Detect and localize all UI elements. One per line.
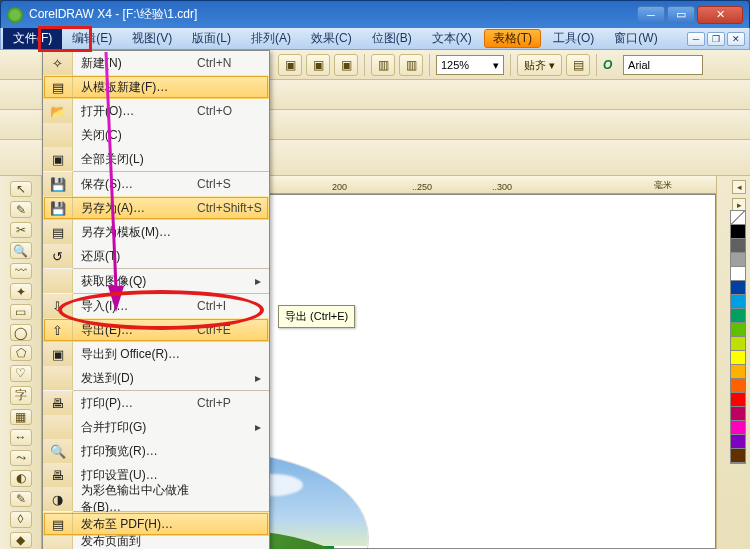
color-palette [730, 210, 746, 464]
swatch[interactable] [731, 365, 745, 379]
toolbar-btn-6[interactable]: ▤ [566, 54, 590, 76]
outline-tool[interactable]: ◊ [10, 511, 32, 527]
polygon-tool[interactable]: ⬠ [10, 345, 32, 361]
mdi-minimize-button[interactable]: ─ [687, 32, 705, 46]
rectangle-tool[interactable]: ▭ [10, 304, 32, 320]
swatch[interactable] [731, 239, 745, 253]
menu-edit[interactable]: 编辑(E) [62, 28, 122, 49]
toolbar-btn-5[interactable]: ▥ [399, 54, 423, 76]
menu-bitmap[interactable]: 位图(B) [362, 28, 422, 49]
export-icon: ⇧ [50, 322, 66, 338]
close-button[interactable]: ✕ [697, 6, 743, 24]
menu-tables[interactable]: 表格(T) [484, 29, 541, 48]
menu-effects[interactable]: 效果(C) [301, 28, 362, 49]
menu-close[interactable]: 关闭(C) [43, 123, 269, 147]
revert-icon: ↺ [50, 248, 66, 264]
table-tool[interactable]: ▦ [10, 409, 32, 425]
preview-icon: 🔍 [50, 443, 66, 459]
menu-window[interactable]: 窗口(W) [604, 28, 667, 49]
menu-export[interactable]: ⇧导出(E)…Ctrl+E [43, 318, 269, 342]
minimize-button[interactable]: ─ [637, 6, 665, 24]
menu-open[interactable]: 📂打开(O)…Ctrl+O [43, 99, 269, 123]
swatch[interactable] [731, 281, 745, 295]
swatch[interactable] [731, 267, 745, 281]
toolbar-sep [429, 54, 430, 76]
swatch[interactable] [731, 449, 745, 463]
folder-open-icon: 📂 [50, 103, 66, 119]
menu-arrange[interactable]: 排列(A) [241, 28, 301, 49]
window-title: CorelDRAW X4 - [F:\经验\1.cdr] [29, 6, 637, 23]
zoom-tool[interactable]: 🔍 [10, 242, 32, 258]
maximize-button[interactable]: ▭ [667, 6, 695, 24]
swatch[interactable] [731, 379, 745, 393]
menu-save-as-template[interactable]: ▤另存为模板(M)… [43, 220, 269, 244]
menu-layout[interactable]: 版面(L) [182, 28, 241, 49]
swatch[interactable] [731, 421, 745, 435]
file-menu-dropdown: ✧新建(N)Ctrl+N ▤从模板新建(F)… 📂打开(O)…Ctrl+O 关闭… [42, 50, 270, 549]
shape-tool[interactable]: ✎ [10, 201, 32, 217]
toolbar-btn-4[interactable]: ▥ [371, 54, 395, 76]
pick-tool[interactable]: ↖ [10, 181, 32, 197]
zoom-combo[interactable]: 125%▾ [436, 55, 504, 75]
app-icon [7, 7, 23, 23]
connector-tool[interactable]: ⤳ [10, 450, 32, 466]
menu-publish-conceptshare[interactable]: 发布页面到 ConceptShare(T)… [43, 536, 269, 549]
swatch[interactable] [731, 323, 745, 337]
menu-print-merge[interactable]: 合并打印(G)▸ [43, 415, 269, 439]
effects-tool[interactable]: ◐ [10, 470, 32, 486]
menu-save[interactable]: 💾保存(S)…Ctrl+S [43, 172, 269, 196]
save-icon: 💾 [50, 176, 66, 192]
mdi-close-button[interactable]: ✕ [727, 32, 745, 46]
menu-color-proof[interactable]: ◑为彩色输出中心做准备(B)… [43, 487, 269, 511]
dimension-tool[interactable]: ↔ [10, 429, 32, 445]
import-icon: ⇩ [50, 298, 66, 314]
menu-import[interactable]: ⇩导入(I)…Ctrl+I [43, 294, 269, 318]
print-icon: 🖶 [50, 395, 66, 411]
smart-tool[interactable]: ✦ [10, 283, 32, 299]
menu-tools[interactable]: 工具(O) [543, 28, 604, 49]
menu-revert[interactable]: ↺还原(T) [43, 244, 269, 268]
font-combo[interactable]: Arial [623, 55, 703, 75]
menu-print[interactable]: 🖶打印(P)…Ctrl+P [43, 391, 269, 415]
menu-send-to[interactable]: 发送到(D)▸ [43, 366, 269, 390]
swatch[interactable] [731, 253, 745, 267]
swatch[interactable] [731, 435, 745, 449]
swatch[interactable] [731, 351, 745, 365]
menu-print-preview[interactable]: 🔍打印预览(R)… [43, 439, 269, 463]
nav-left-button[interactable]: ◂ [732, 180, 746, 194]
text-tool[interactable]: 字 [10, 386, 32, 405]
shapes-tool[interactable]: ♡ [10, 365, 32, 381]
ellipse-tool[interactable]: ◯ [10, 324, 32, 340]
toolbar-btn-1[interactable]: ▣ [278, 54, 302, 76]
swatch-none[interactable] [731, 211, 745, 225]
swatch[interactable] [731, 295, 745, 309]
menu-close-all[interactable]: ▣全部关闭(L) [43, 147, 269, 171]
proof-icon: ◑ [50, 491, 66, 507]
swatch[interactable] [731, 225, 745, 239]
menu-file[interactable]: 文件(F) [3, 28, 62, 49]
printer-icon: 🖶 [50, 467, 66, 483]
crop-tool[interactable]: ✂ [10, 222, 32, 238]
menu-new-from-template[interactable]: ▤从模板新建(F)… [43, 75, 269, 99]
menu-text[interactable]: 文本(X) [422, 28, 482, 49]
close-all-icon: ▣ [50, 151, 66, 167]
menu-acquire-image[interactable]: 获取图像(Q)▸ [43, 269, 269, 293]
menu-save-as[interactable]: 💾另存为(A)…Ctrl+Shift+S [43, 196, 269, 220]
fill-tool[interactable]: ◆ [10, 532, 32, 548]
toolbar-btn-3[interactable]: ▣ [334, 54, 358, 76]
swatch[interactable] [731, 337, 745, 351]
menu-view[interactable]: 视图(V) [122, 28, 182, 49]
toolbar-btn-2[interactable]: ▣ [306, 54, 330, 76]
swatch[interactable] [731, 393, 745, 407]
menu-export-office[interactable]: ▣导出到 Office(R)… [43, 342, 269, 366]
template-icon: ▤ [50, 79, 66, 95]
swatch[interactable] [731, 407, 745, 421]
eyedropper-tool[interactable]: ✎ [10, 491, 32, 507]
snap-button[interactable]: 贴齐 ▾ [517, 54, 562, 76]
menu-new[interactable]: ✧新建(N)Ctrl+N [43, 51, 269, 75]
freehand-tool[interactable]: 〰 [10, 263, 32, 279]
toolbar-sep [364, 54, 365, 76]
font-icon: O [603, 58, 619, 72]
swatch[interactable] [731, 309, 745, 323]
mdi-restore-button[interactable]: ❐ [707, 32, 725, 46]
